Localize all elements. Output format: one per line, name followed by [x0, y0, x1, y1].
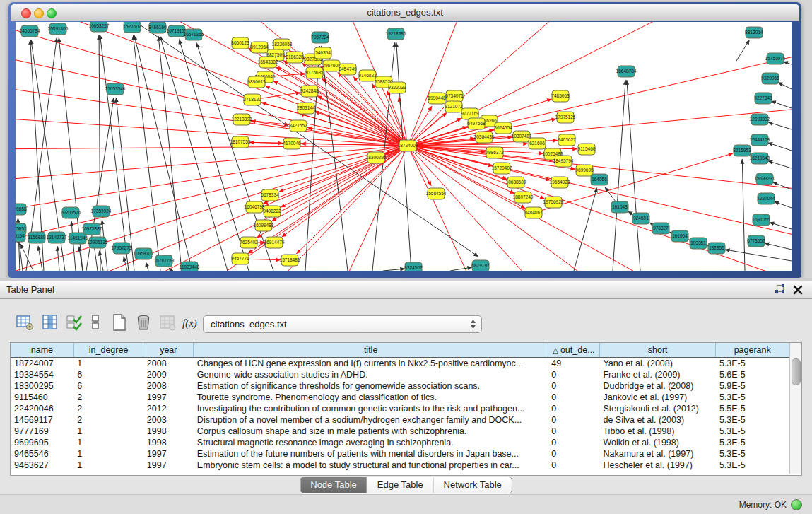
graph-node[interactable]: 19218586: [386, 28, 406, 40]
window-titlebar[interactable]: citations_edges.txt: [11, 4, 799, 21]
graph-node[interactable]: 16099488: [254, 220, 274, 231]
graph-node[interactable]: 16648784: [616, 66, 637, 77]
graph-node[interactable]: 7957224: [311, 32, 329, 43]
graph-node[interactable]: 10688609: [506, 177, 526, 188]
graph-node[interactable]: 9227343: [754, 93, 772, 104]
graph-node[interactable]: 1031055: [752, 214, 770, 226]
column-header[interactable]: year: [143, 343, 194, 358]
graph-node[interactable]: 16671355: [184, 29, 204, 40]
graph-node[interactable]: 6773552: [747, 235, 765, 247]
graph-node[interactable]: 7625402: [240, 237, 258, 248]
column-header[interactable]: title: [194, 343, 548, 358]
table-source-select[interactable]: citations_edges.txt: [203, 315, 482, 333]
graph-node[interactable]: 8813014: [745, 27, 763, 38]
network-canvas[interactable]: 1872400718300295866012389129541822605898…: [16, 22, 792, 271]
table-row[interactable]: 1456911722003Disruption of a novel membe…: [11, 414, 789, 426]
column-header[interactable]: short: [599, 343, 715, 358]
graph-node[interactable]: 9329966: [761, 73, 779, 84]
column-header[interactable]: pagerank: [716, 343, 789, 358]
table-row[interactable]: 911546021997Tourette syndrome. Phenomeno…: [11, 392, 789, 403]
select-rows-icon[interactable]: [65, 313, 83, 332]
graph-node[interactable]: 16543382: [258, 57, 278, 68]
graph-node[interactable]: 5678334: [261, 189, 279, 201]
table-row[interactable]: 1872400712008Changes of HCN gene express…: [11, 358, 789, 370]
graph-node[interactable]: 109351: [690, 238, 707, 249]
graph-node[interactable]: 621606: [529, 138, 546, 149]
table-row[interactable]: 977716911998Corpus callosum shape and si…: [11, 426, 789, 437]
graph-node[interactable]: 8215953: [733, 145, 751, 156]
tab-node-table[interactable]: Node Table: [300, 477, 367, 493]
graph-node[interactable]: 17957273: [112, 243, 132, 254]
table-row[interactable]: 946554611997Estimation of the future num…: [11, 448, 789, 460]
graph-node[interactable]: 546354: [314, 47, 331, 59]
graph-node[interactable]: 10958107: [134, 248, 154, 259]
graph-node[interactable]: 19654923: [550, 177, 570, 188]
graph-node[interactable]: 16914479: [264, 237, 285, 248]
graph-node[interactable]: 9121072: [445, 101, 463, 112]
graph-node[interactable]: 18495794: [553, 156, 574, 167]
graph-node[interactable]: 8427552: [289, 120, 307, 132]
graph-node[interactable]: 20364436: [474, 132, 495, 143]
graph-node[interactable]: 6497568: [467, 118, 486, 129]
delete-table-icon[interactable]: [134, 313, 153, 332]
new-file-icon[interactable]: [110, 313, 129, 332]
graph-node[interactable]: 12093832: [750, 114, 770, 125]
node-table[interactable]: namein_degreeyeartitle△out_de...shortpag…: [10, 342, 802, 476]
graph-node[interactable]: 15720407: [492, 163, 512, 174]
graph-node[interactable]: 11923448: [180, 262, 200, 271]
graph-node[interactable]: 7986372: [486, 147, 504, 158]
graph-node[interactable]: 2967608: [322, 60, 341, 71]
graph-node[interactable]: 16210643: [750, 153, 770, 164]
graph-node[interactable]: 15751074: [765, 53, 786, 64]
graph-node[interactable]: 10975887: [82, 223, 102, 235]
graph-node[interactable]: 16046798: [245, 201, 265, 213]
graph-node[interactable]: 8454749: [339, 64, 357, 75]
table-settings-icon[interactable]: [16, 313, 34, 332]
tab-edge-table[interactable]: Edge Table: [367, 477, 434, 493]
graph-node[interactable]: 8466160: [148, 22, 167, 33]
column-header[interactable]: name: [11, 343, 73, 358]
graph-node[interactable]: 3624554: [494, 122, 512, 134]
table-row[interactable]: 946362711997Embryonic stem cells: a mode…: [11, 460, 789, 471]
graph-node[interactable]: 2803144: [297, 103, 315, 114]
graph-node[interactable]: 17975125: [555, 112, 576, 123]
graph-node[interactable]: 924501: [632, 213, 649, 224]
table-row[interactable]: 969969511998Structural magnetic resonanc…: [11, 437, 789, 448]
graph-node[interactable]: 9146821: [358, 70, 377, 81]
graph-node[interactable]: 18724007: [398, 140, 418, 151]
graph-node[interactable]: 19756928: [543, 197, 564, 208]
graph-node[interactable]: 1527602: [123, 22, 141, 33]
graph-node[interactable]: 6734071: [445, 90, 464, 102]
graph-node[interactable]: 164056: [591, 174, 608, 185]
graph-node[interactable]: 12444159: [750, 134, 770, 146]
row-height-icon[interactable]: [86, 313, 105, 332]
table-scrollbar[interactable]: [789, 343, 801, 474]
graph-node[interactable]: 1156889: [28, 232, 46, 243]
graph-node[interactable]: 15584554: [426, 188, 447, 199]
table-row[interactable]: 2242004622012Investigating the contribut…: [11, 403, 789, 414]
import-table-icon[interactable]: [158, 313, 177, 332]
graph-node[interactable]: 132855: [708, 243, 725, 254]
graph-node[interactable]: 7485063: [551, 90, 570, 102]
graph-node[interactable]: 973327: [652, 223, 669, 234]
graph-node[interactable]: 161064: [671, 230, 688, 242]
close-panel-icon[interactable]: [792, 284, 804, 296]
graph-node[interactable]: 161043: [611, 201, 628, 213]
graph-node[interactable]: 939154: [16, 230, 25, 242]
graph-node[interactable]: 21053346: [105, 83, 126, 95]
graph-node[interactable]: 16782759: [154, 255, 175, 267]
graph-node[interactable]: 1990448: [428, 93, 446, 104]
table-row[interactable]: 1938455462009Genome-wide association stu…: [11, 369, 789, 380]
column-header[interactable]: △out_de...: [548, 343, 599, 358]
graph-node[interactable]: 12905135: [88, 237, 108, 248]
graph-node[interactable]: 9242848: [300, 86, 319, 97]
graph-node[interactable]: 9115460: [578, 144, 596, 155]
graph-node[interactable]: 20891406: [48, 23, 69, 35]
graph-node[interactable]: 15693231: [755, 173, 775, 185]
scrollbar-thumb[interactable]: [792, 358, 801, 385]
graph-node[interactable]: 1227044: [757, 193, 775, 204]
graph-node[interactable]: 24055724: [20, 25, 40, 37]
graph-node[interactable]: 18807249: [513, 192, 534, 203]
graph-node[interactable]: 13142737: [47, 232, 67, 243]
table-row[interactable]: 1830029562008Estimation of significance …: [11, 380, 789, 392]
